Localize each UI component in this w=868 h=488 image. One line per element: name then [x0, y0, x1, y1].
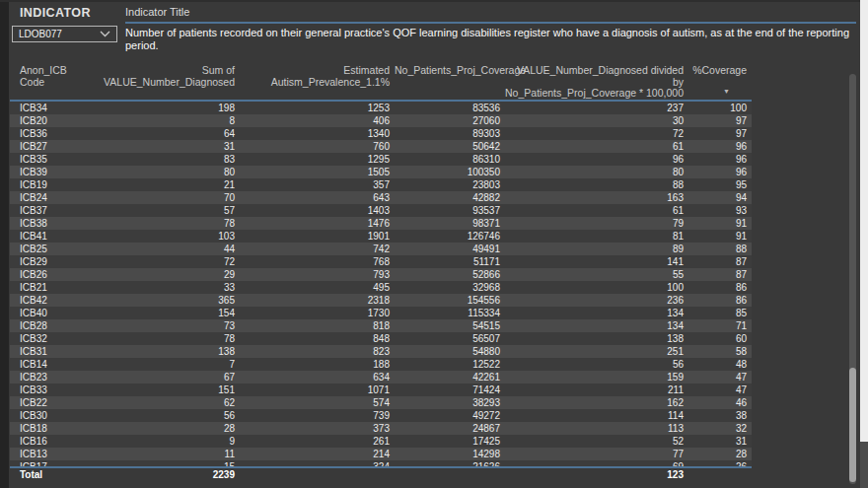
icb-code-cell: ICB30	[10, 409, 87, 422]
icb-code-cell: ICB19	[10, 178, 87, 191]
value-cell: 406	[240, 114, 395, 127]
value-cell: 38293	[395, 396, 505, 409]
icb-code-cell: ICB33	[10, 383, 87, 396]
column-header-percent-coverage[interactable]: %Coverage ▼	[688, 65, 752, 95]
value-cell: 86	[688, 294, 752, 307]
total-empty-cell	[395, 468, 505, 482]
value-cell: 50642	[395, 140, 505, 153]
value-cell: 58	[688, 345, 752, 358]
table-row[interactable]: ICB23676344226115947	[10, 371, 752, 383]
value-cell: 77	[505, 448, 688, 460]
column-header-estimated-prevalence[interactable]: Estimated Autism_Prevalence_1.1%	[240, 65, 395, 88]
table-row[interactable]: ICB208406270603097	[10, 114, 752, 127]
value-cell: 574	[240, 396, 395, 409]
value-cell: 21	[87, 178, 240, 191]
table-row[interactable]: ICB21334953296810086	[10, 281, 752, 294]
icb-code-cell: ICB39	[10, 166, 87, 178]
table-row[interactable]: ICB311388235488025158	[10, 345, 752, 358]
value-cell: 138	[87, 345, 240, 358]
value-cell: 211	[505, 383, 688, 396]
value-cell: 151	[87, 383, 240, 396]
value-cell: 1253	[240, 102, 395, 114]
icb-code-cell: ICB41	[10, 230, 87, 243]
table-row[interactable]: ICB34198125383536237100	[10, 102, 752, 114]
value-cell: 134	[505, 307, 688, 319]
column-header-rate-per-100000[interactable]: VALUE_Number_Diagnosed divided by No_Pat…	[505, 65, 688, 100]
table-row[interactable]: ICB42365231815455623686	[10, 294, 752, 307]
vertical-scrollbar[interactable]	[849, 74, 856, 484]
icb-code-cell: ICB29	[10, 255, 87, 268]
value-cell: 79	[505, 217, 688, 230]
table-row[interactable]: ICB2544742494918988	[10, 243, 752, 255]
total-label: Total	[10, 468, 87, 482]
table-row[interactable]: ICB18283732486711332	[10, 422, 752, 435]
title-divider	[125, 22, 856, 24]
value-cell: 29	[87, 268, 240, 281]
value-cell: 52	[505, 435, 688, 448]
value-cell: 138	[505, 332, 688, 345]
icb-code-cell: ICB16	[10, 435, 87, 448]
value-cell: 71	[688, 319, 752, 332]
table-row[interactable]: ICB147188125225648	[10, 358, 752, 371]
table-row[interactable]: ICB35831295863109696	[10, 153, 752, 166]
value-cell: 71424	[395, 383, 505, 396]
total-empty-cell	[688, 468, 752, 482]
table-row[interactable]: ICB22625743829316246	[10, 396, 752, 409]
table-row[interactable]: ICB36641340893037297	[10, 127, 752, 140]
value-cell: 83536	[395, 102, 505, 114]
table-row[interactable]: ICB29727685117114187	[10, 255, 752, 268]
icb-code-cell: ICB36	[10, 127, 87, 140]
value-cell: 114	[505, 409, 688, 422]
value-cell: 42261	[395, 371, 505, 383]
value-cell: 100350	[395, 166, 505, 178]
table-row[interactable]: ICB38781476983717991	[10, 217, 752, 230]
column-header-anon-icb-code[interactable]: Anon_ICB Code	[10, 65, 87, 88]
table-body: ICB34198125383536237100ICB20840627060309…	[10, 100, 752, 466]
table-row[interactable]: ICB398015051003508096	[10, 166, 752, 178]
table-row[interactable]: ICB2629793528665587	[10, 268, 752, 281]
table-row[interactable]: ICB1921357238038895	[10, 178, 752, 191]
value-cell: 96	[688, 153, 752, 166]
table-row[interactable]: ICB37571403935376193	[10, 204, 752, 217]
table-row[interactable]: ICB3315110717142421147	[10, 383, 752, 396]
icb-code-cell: ICB14	[10, 358, 87, 371]
sort-descending-icon: ▼	[723, 88, 730, 95]
value-cell: 47	[688, 383, 752, 396]
table-row[interactable]: ICB2731760506426196	[10, 140, 752, 153]
value-cell: 78	[87, 217, 240, 230]
value-cell: 1071	[240, 383, 395, 396]
value-cell: 72	[87, 255, 240, 268]
table-row[interactable]: ICB1715324216266926	[10, 460, 752, 466]
table-row[interactable]: ICB30567394927211438	[10, 409, 752, 422]
scrollbar-thumb[interactable]	[849, 368, 856, 482]
table-row[interactable]: ICB40154173011533413485	[10, 307, 752, 319]
indicator-dropdown[interactable]: LDOB077	[12, 26, 117, 42]
table-row[interactable]: ICB4110319011267468191	[10, 230, 752, 243]
table-header-row: Anon_ICB Code Sum of VALUE_Number_Diagno…	[10, 65, 752, 100]
value-cell: 261	[240, 435, 395, 448]
value-cell: 634	[240, 371, 395, 383]
value-cell: 8	[87, 114, 240, 127]
table-row[interactable]: ICB169261174255231	[10, 435, 752, 448]
value-cell: 62	[87, 396, 240, 409]
table-row[interactable]: ICB32788485650713860	[10, 332, 752, 345]
table-row[interactable]: ICB24706434288216394	[10, 191, 752, 204]
table-row[interactable]: ICB1311214142987728	[10, 448, 752, 460]
value-cell: 86	[688, 281, 752, 294]
value-cell: 93	[688, 204, 752, 217]
table-row[interactable]: ICB28738185451513471	[10, 319, 752, 332]
value-cell: 94	[688, 191, 752, 204]
column-header-sum-diagnosed[interactable]: Sum of VALUE_Number_Diagnosed	[87, 65, 240, 88]
value-cell: 60	[688, 332, 752, 345]
value-cell: 51171	[395, 255, 505, 268]
value-cell: 9	[87, 435, 240, 448]
column-header-proj-coverage[interactable]: No_Patients_Proj_Coverage	[395, 65, 505, 77]
value-cell: 198	[87, 102, 240, 114]
value-cell: 85	[688, 307, 752, 319]
icb-code-cell: ICB23	[10, 371, 87, 383]
value-cell: 93537	[395, 204, 505, 217]
page-right-margin	[860, 0, 868, 442]
icb-code-cell: ICB24	[10, 191, 87, 204]
total-rate-value: 123	[505, 468, 688, 482]
value-cell: 57	[87, 204, 240, 217]
